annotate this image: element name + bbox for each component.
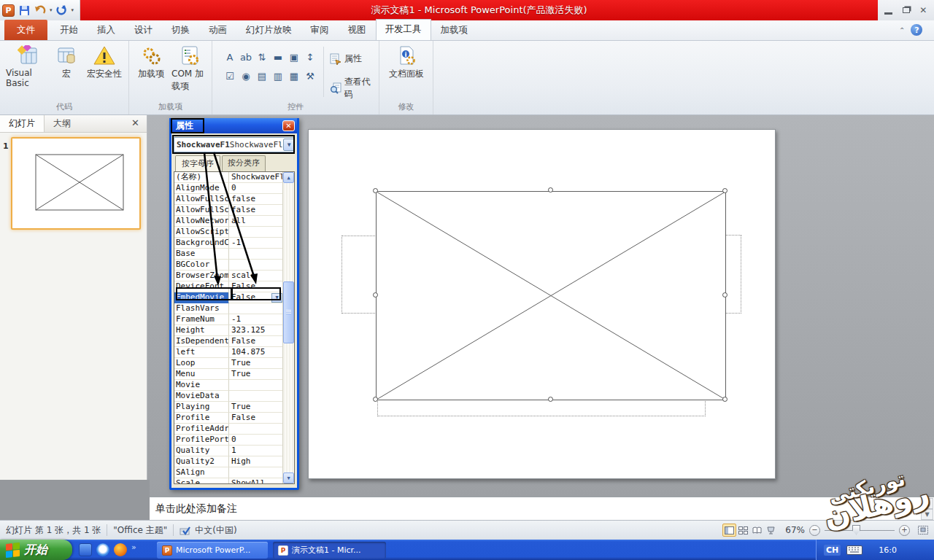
taskbar-window-button-active[interactable]: P 演示文稿1 - Micr...: [273, 542, 386, 559]
property-row[interactable]: Loop True▼: [174, 358, 294, 369]
control-icon[interactable]: ☑: [223, 69, 237, 83]
property-row[interactable]: EmbedMovie False▼: [174, 292, 294, 303]
property-row[interactable]: BackgroundCo -1▼: [174, 238, 294, 249]
resize-handle-sw[interactable]: [373, 397, 378, 402]
previous-slide-button[interactable]: ▲: [921, 498, 933, 509]
control-icon[interactable]: ⚒: [303, 69, 317, 83]
property-row[interactable]: Base ▼: [174, 249, 294, 260]
property-row[interactable]: ProfilePort 0▼: [174, 435, 294, 446]
property-row[interactable]: AllowFullScr false▼: [174, 205, 294, 216]
quick-launch-icon[interactable]: [96, 543, 109, 556]
resize-handle-w[interactable]: [373, 292, 378, 298]
object-selector-combo[interactable]: ShockwaveF1 ShockwaveFl ▼: [174, 137, 295, 152]
scroll-down-button[interactable]: ▼: [283, 472, 294, 483]
resize-handle-nw[interactable]: [373, 188, 378, 193]
powerpoint-logo-icon[interactable]: P: [2, 4, 15, 17]
macros-button[interactable]: 宏: [54, 44, 79, 82]
fit-to-window-button[interactable]: [916, 524, 930, 537]
next-slide-button[interactable]: ▼: [921, 509, 933, 520]
ribbon-tab[interactable]: 切换: [162, 20, 199, 40]
save-button[interactable]: [18, 4, 31, 17]
zoom-slider-thumb[interactable]: [852, 525, 860, 535]
zoom-percent[interactable]: 67%: [785, 525, 805, 535]
property-row[interactable]: ProfileAddre ▼: [174, 424, 294, 435]
slides-pane-tab[interactable]: 大纲: [45, 115, 80, 132]
zoom-in-button[interactable]: +: [899, 525, 910, 536]
ribbon-tab[interactable]: 文件: [4, 20, 47, 40]
properties-close-button[interactable]: ✕: [282, 120, 295, 131]
property-row[interactable]: MovieData ▼: [174, 391, 294, 402]
properties-window[interactable]: 属性 ✕ ShockwaveF1 ShockwaveFl ▼ 按字母序按分类序 …: [169, 118, 299, 490]
property-row[interactable]: FlashVars ▼: [174, 303, 294, 314]
macro-security-button[interactable]: 宏安全性: [82, 44, 127, 82]
resize-handle-se[interactable]: [722, 397, 727, 402]
control-icon[interactable]: ↕: [303, 50, 317, 64]
property-row[interactable]: Playing True▼: [174, 402, 294, 413]
undo-dropdown-caret[interactable]: ▾: [50, 7, 53, 13]
reading-view-button[interactable]: [750, 524, 764, 537]
property-row[interactable]: Menu True▼: [174, 369, 294, 380]
ribbon-tab[interactable]: 设计: [125, 20, 162, 40]
visual-basic-button[interactable]: Visual Basic: [4, 44, 51, 90]
control-icon[interactable]: ab: [239, 50, 253, 64]
control-icon[interactable]: ▦: [287, 69, 301, 83]
property-row[interactable]: Scale ShowAll▼: [174, 478, 294, 484]
property-row[interactable]: FrameNum -1▼: [174, 314, 294, 325]
dropdown-arrow-icon[interactable]: ▼: [271, 293, 282, 303]
property-row[interactable]: IsDependent False▼: [174, 336, 294, 347]
taskbar-window-button[interactable]: P Microsoft PowerP...: [157, 542, 268, 559]
control-icon[interactable]: ◉: [239, 69, 253, 83]
ribbon-tab[interactable]: 插入: [88, 20, 125, 40]
ribbon-tab[interactable]: 动画: [199, 20, 236, 40]
property-row[interactable]: AllowFullScr false▼: [174, 194, 294, 205]
property-row[interactable]: (名称) ShockwaveFl▼: [174, 172, 294, 183]
properties-sort-tab[interactable]: 按字母序: [175, 155, 220, 171]
normal-view-button[interactable]: [722, 524, 736, 537]
resize-handle-n[interactable]: [548, 187, 553, 192]
property-row[interactable]: BrowserZoom scale▼: [174, 271, 294, 281]
property-row[interactable]: SAlign ▼: [174, 467, 294, 478]
property-row[interactable]: AllowScriptA ▼: [174, 227, 294, 238]
quick-launch-overflow-chevron[interactable]: »: [131, 542, 136, 552]
control-icon[interactable]: ▣: [287, 50, 301, 64]
ribbon-tab[interactable]: 开始: [50, 20, 88, 40]
control-properties-button[interactable]: 属性: [330, 52, 362, 65]
ribbon-tab[interactable]: 开发工具: [376, 19, 431, 40]
property-row[interactable]: DeviceFont False▼: [174, 281, 294, 292]
view-code-button[interactable]: 查看代码: [330, 76, 379, 101]
ribbon-tab[interactable]: 幻灯片放映: [236, 20, 301, 40]
collapse-ribbon-button[interactable]: ⌃: [899, 26, 905, 34]
com-addins-button[interactable]: COM 加载项: [170, 44, 209, 94]
notes-pane[interactable]: 单击此处添加备注 ▲ ▼: [150, 497, 934, 520]
pane-splitter-area[interactable]: [0, 480, 150, 520]
help-button[interactable]: ?: [911, 24, 922, 36]
restore-button[interactable]: [900, 4, 913, 17]
properties-sort-tab[interactable]: 按分类序: [222, 155, 266, 171]
ribbon-tab[interactable]: 加载项: [431, 20, 478, 40]
zoom-out-button[interactable]: −: [809, 525, 820, 536]
language-indicator[interactable]: 中文(中国): [195, 524, 236, 537]
control-icon[interactable]: ▥: [271, 69, 285, 83]
property-row[interactable]: left 104.875▼: [174, 347, 294, 358]
input-language-indicator[interactable]: CH: [824, 545, 841, 556]
control-icon[interactable]: ▤: [255, 69, 269, 83]
properties-scrollbar[interactable]: ▲ ▼: [282, 172, 294, 483]
property-row[interactable]: Quality2 High▼: [174, 456, 294, 467]
slideshow-button[interactable]: [764, 524, 778, 537]
property-row[interactable]: BGColor ▼: [174, 260, 294, 271]
undo-button[interactable]: [34, 4, 47, 17]
zoom-slider[interactable]: [825, 530, 895, 531]
customize-qat-button[interactable]: ▾: [72, 7, 74, 13]
property-row[interactable]: Height 323.125▼: [174, 325, 294, 336]
slide-thumbnail[interactable]: [11, 137, 141, 230]
start-button[interactable]: 开始: [0, 540, 72, 560]
property-row[interactable]: AlignMode 0▼: [174, 183, 294, 194]
control-icon[interactable]: ▬: [271, 50, 285, 64]
minimize-button[interactable]: [882, 4, 895, 17]
ribbon-tab[interactable]: 视图: [339, 20, 376, 40]
close-button[interactable]: ✕: [916, 4, 930, 17]
document-panel-button[interactable]: i 文档面板: [386, 44, 427, 82]
quick-launch-icon[interactable]: [79, 543, 92, 556]
spellcheck-icon[interactable]: [180, 525, 191, 536]
scroll-up-button[interactable]: ▲: [283, 172, 294, 183]
